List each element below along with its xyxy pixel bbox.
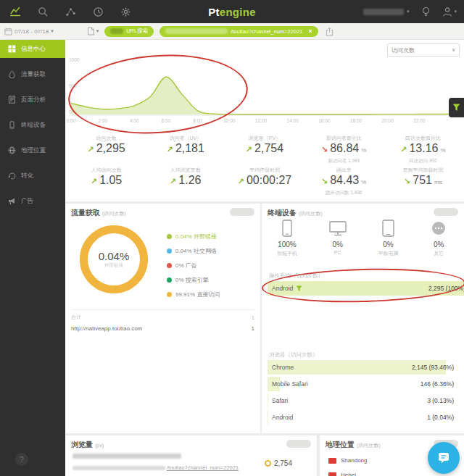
china-flag-icon [328,472,336,476]
legend-item[interactable]: 0% 搜索引擎 [167,276,220,284]
legend-dot [167,249,172,254]
browser-row[interactable]: Chrome2,145 (93.46%) [268,360,458,375]
x-axis-ticks: 0:002:004:006:008:0010:0012:0014:0016:00… [71,118,451,125]
settings-gear-icon[interactable] [119,5,132,18]
page-selector[interactable]: ▾ [87,27,99,36]
active-filter-funnel-icon[interactable] [296,285,302,292]
lightbulb-icon[interactable] [419,5,432,18]
sidebar-item-dashboard[interactable]: 信息中心 [0,40,65,58]
date-range-picker[interactable]: 07/18 - 07/18 ▾ [4,28,54,36]
url-search-tag[interactable]: URL搜索 [104,26,154,37]
chat-bubble-icon [436,451,451,465]
legend-item[interactable]: 99.91% 直接访问 [167,291,220,298]
ab-test-icon[interactable] [64,5,77,18]
x-axis-tick: 14:00 [287,118,299,123]
help-button[interactable]: ? [15,453,28,466]
page-icon [8,96,16,104]
sidebar-item-geo[interactable]: 地理位置 [0,141,65,159]
trend-arrow-icon: ↗ [238,177,244,186]
metric-column: 访问次数 ↗2,295 人均访问次数 ↗1.05 [67,133,146,196]
legend-item[interactable]: 0% 广告 [167,262,220,270]
sidebar-item-page-analysis[interactable]: 页面分析 [0,91,65,109]
megaphone-icon [8,197,16,205]
heatmap-search-icon[interactable] [36,5,49,18]
more-button[interactable] [286,440,311,448]
chart-filter-button[interactable] [449,98,464,117]
section-title: 浏览量(pv) [71,440,104,450]
person-icon [442,7,452,17]
chart-metric-select[interactable]: 访问次数 ∨ [387,43,460,57]
x-axis-tick: 0:00 [67,118,76,123]
more-button[interactable] [230,208,254,216]
legend-dot [167,292,172,297]
date-range-label: 07/18 - 07/18 [14,28,49,35]
chevron-down-icon: ▾ [454,9,457,14]
legend-item[interactable]: 0.04% 社交网络 [167,247,220,255]
tablet-icon [363,220,414,237]
trend-arrow-icon: ↘ [404,177,410,186]
account-menu[interactable]: ▾ [442,7,457,17]
device-pc: 0% PC [312,220,363,257]
user-menu[interactable]: ▾ [363,9,410,15]
trend-chart-card: 访问次数 ∨ 1000 500 0 0:002:004:006:008:0010… [65,40,464,201]
heatmap-icon[interactable] [265,460,271,467]
x-axis-tick: 6:00 [162,118,171,123]
traffic-table-row[interactable]: http://nativeapp.toutiao.com 1 [71,325,254,332]
legend-dot [167,263,172,268]
redacted-page-title [72,454,181,459]
china-flag-icon [328,458,336,464]
x-axis-tick: 8:00 [193,118,202,123]
traffic-sources-card: 流量获取(访问次数) 0.04% 外部链接 0.04% 外部链接 0.04% 社… [65,204,260,433]
x-axis-tick: 16:00 [318,118,330,123]
redacted-url-prefix [165,28,228,34]
browser-row[interactable]: Mobile Safari146 (6.36%) [268,377,458,391]
top-navbar: Ptengine ▾ ▾ [0,0,464,23]
pageviews-card: 浏览量(pv) /toutiao?channel_num=22021 2,754 [65,435,317,476]
grid-icon [8,45,16,53]
sidebar-item-devices[interactable]: 终端设备 [0,116,65,134]
referrer-url-link[interactable]: http://nativeapp.toutiao.com [71,325,142,332]
devices-card: 终端设备(访问次数) 100% 智能手机 0% PC 0% 平板电脑 0% 其它… [262,204,464,433]
remove-filter-icon[interactable]: × [308,28,312,35]
metric-column: 访问者（UV） ↗2,181 人均浏览页数 ↗1.26 [146,133,225,196]
export-share-icon[interactable] [326,27,334,36]
analytics-icon[interactable] [9,5,22,18]
browser-row[interactable]: Safari3 (0.13%) [268,393,458,408]
divider [71,309,254,310]
sidebar-item-traffic[interactable]: 流量获取 [0,65,65,83]
traffic-table-header: 合计 1 [71,314,254,321]
username-redacted [363,9,404,15]
x-axis-tick: 2:00 [98,118,107,123]
trend-arrow-icon: ↗ [400,145,407,154]
legend-dot [167,234,172,239]
metric-column: 浏览量（PV） ↗2,754 平均停留时间 ↗00:00:27 [225,133,304,196]
os-row-android[interactable]: Android 2,295 (100%) [268,281,464,296]
sidebar-item-ads[interactable]: 广告 [0,192,65,210]
redacted-text [110,28,123,34]
chevron-down-icon: ▾ [96,28,99,34]
device-other: 0% 其它 [413,220,464,257]
more-button[interactable] [434,208,458,216]
device-breakdown: 100% 智能手机 0% PC 0% 平板电脑 0% 其它 [262,220,464,257]
trend-arrow-icon: ↘ [321,177,328,186]
chat-messenger-button[interactable] [428,442,460,474]
page-url-link[interactable]: /toutiao?channel_num=22021 [167,464,239,471]
sidebar-item-conversion[interactable]: 转化 [0,167,65,185]
traffic-donut-chart: 0.04% 外部链接 [80,225,148,293]
funnel-icon [452,104,460,112]
pageview-row[interactable]: /toutiao?channel_num=22021 2,754 [72,454,310,471]
url-filter-value-tag[interactable]: /toutiao?channel_num=22021 × [160,26,318,37]
geo-row[interactable]: Shandong [328,457,367,464]
droplet-icon [8,70,16,78]
metric-column: 回访次数百分比 ↗13.16% 回访访问 302 页面平均加载时间 ↘751ms [384,133,463,196]
browser-row[interactable]: Android1 (0.04%) [268,410,458,425]
x-axis-tick: 22:00 [413,118,425,123]
history-clock-icon[interactable] [91,5,104,18]
legend-item[interactable]: 0.04% 外部链接 [167,233,220,241]
traffic-legend: 0.04% 外部链接 0.04% 社交网络 0% 广告 0% 搜索引擎 99.9… [167,233,220,305]
x-axis-tick: 10:00 [223,118,235,123]
sidebar: 信息中心 流量获取 页面分析 终端设备 地理位置 转化 广告 ? [0,40,65,476]
geo-row-partial[interactable]: Hebei [328,472,356,476]
pageview-count: 2,754 [274,459,292,467]
document-icon [87,27,95,36]
